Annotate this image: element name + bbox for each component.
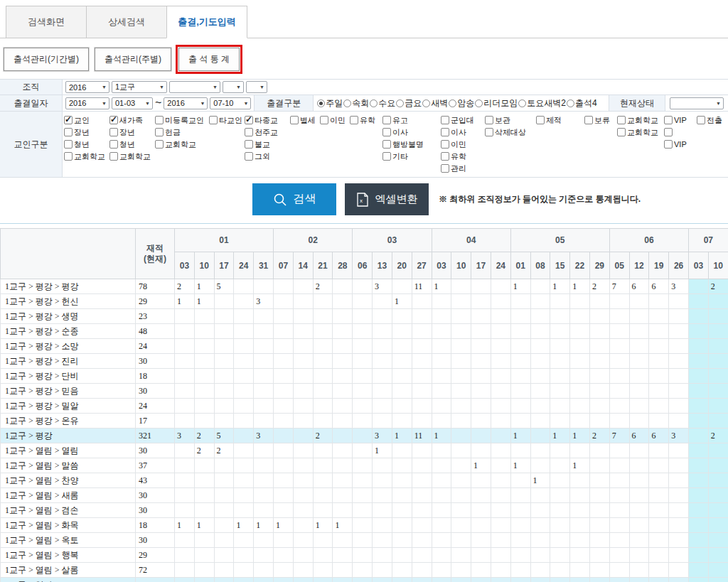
member-type-checkbox[interactable]: 장년 xyxy=(109,127,155,137)
attendance-cell xyxy=(274,309,294,324)
attendance-cell xyxy=(412,399,432,414)
member-type-checkbox[interactable]: 제적 xyxy=(536,115,577,125)
member-type-checkbox[interactable]: 미등록교인 xyxy=(155,115,209,125)
attendance-cell xyxy=(708,458,728,473)
attendance-cell xyxy=(412,339,432,354)
member-type-checkbox[interactable]: 교회학교 xyxy=(617,115,664,125)
attendance-cell xyxy=(234,458,254,473)
member-type-checkbox[interactable]: 청년 xyxy=(109,139,155,149)
attendance-cell xyxy=(392,354,412,369)
member-type-checkbox[interactable]: 장년 xyxy=(64,127,109,137)
member-type-checkbox[interactable]: 유학 xyxy=(441,151,485,161)
attendance-cell xyxy=(214,414,234,429)
attendance-cell xyxy=(214,354,234,369)
member-type-checkbox[interactable]: 이사 xyxy=(382,127,434,137)
date-select[interactable]: 07-10▼ xyxy=(210,97,251,109)
attendance-cell xyxy=(708,518,728,533)
member-type-checkbox-label: 교인 xyxy=(74,115,90,126)
attendance-cell xyxy=(510,354,530,369)
attendance-cell xyxy=(708,309,728,324)
subtab-button[interactable]: 출 석 통 계 xyxy=(178,48,240,71)
member-type-checkbox[interactable]: 보류 xyxy=(584,115,617,125)
member-type-checkbox[interactable]: 이민 xyxy=(320,115,350,125)
attendance-cell xyxy=(293,384,313,399)
member-type-checkbox[interactable] xyxy=(664,127,697,137)
attendance-cell xyxy=(689,324,709,339)
member-type-checkbox[interactable]: 타교인 xyxy=(209,115,245,125)
member-type-checkbox[interactable]: 유학 xyxy=(350,115,382,125)
member-type-checkbox[interactable]: 이사 xyxy=(441,127,485,137)
member-type-checkbox[interactable]: 이민 xyxy=(441,139,485,149)
attendance-cell xyxy=(353,369,373,384)
member-type-checkbox[interactable]: VIP xyxy=(664,139,697,149)
org-select[interactable]: 1교구▼ xyxy=(112,81,167,93)
main-tab[interactable]: 상세검색 xyxy=(86,6,167,38)
subtab-button[interactable]: 출석관리(기간별) xyxy=(4,48,89,71)
member-type-checkbox[interactable]: 기타 xyxy=(382,151,434,161)
member-type-checkbox[interactable]: 타종교 xyxy=(245,115,290,125)
member-type-checkbox[interactable]: 천주교 xyxy=(245,127,290,137)
org-select[interactable]: ▼ xyxy=(169,81,220,93)
member-type-checkbox[interactable]: 군입대 xyxy=(441,115,485,125)
attendance-cell xyxy=(214,563,234,578)
member-type-checkbox[interactable]: 관리 xyxy=(441,163,485,173)
org-select[interactable]: 2016▼ xyxy=(65,81,109,93)
org-name-cell: 1교구 > 평강 > 소망 xyxy=(1,339,136,354)
attendance-cell xyxy=(451,578,471,582)
attendance-cell xyxy=(649,563,669,578)
attend-type-radio[interactable]: 암송 xyxy=(449,97,474,109)
org-select[interactable]: ▼ xyxy=(223,81,244,93)
date-select[interactable]: 2016▼ xyxy=(65,97,109,109)
attend-type-radio[interactable]: 주일 xyxy=(317,97,343,109)
member-type-checkbox[interactable]: 불교 xyxy=(245,139,290,149)
attendance-cell xyxy=(254,354,274,369)
main-tab[interactable]: 출결,기도입력 xyxy=(166,6,247,38)
main-tab[interactable]: 검색화면 xyxy=(6,6,87,38)
attendance-cell xyxy=(194,369,214,384)
member-type-checkbox[interactable]: 유고 xyxy=(382,115,434,125)
member-type-checkbox[interactable]: 행방불명 xyxy=(382,139,434,149)
attendance-cell xyxy=(589,384,609,399)
attendance-cell: 1 xyxy=(550,279,570,294)
status-select[interactable]: ▼ xyxy=(670,97,724,109)
attend-type-radio[interactable]: 수요 xyxy=(370,97,395,109)
attend-type-radio[interactable]: 리더모임 xyxy=(475,97,518,109)
attendance-cell xyxy=(392,548,412,563)
attendance-cell xyxy=(432,473,451,488)
member-type-checkbox-label: 교회학교 xyxy=(627,115,658,126)
member-type-checkbox[interactable]: 보관 xyxy=(485,115,536,125)
attend-type-radio[interactable]: 새벽 xyxy=(422,97,448,109)
attendance-cell xyxy=(669,503,689,518)
member-type-checkbox[interactable]: 삭제대상 xyxy=(485,127,536,137)
attendance-cell xyxy=(491,369,510,384)
excel-button[interactable]: x 엑셀변환 xyxy=(345,183,429,215)
attend-type-radio[interactable]: 금요 xyxy=(396,97,422,109)
attendance-cell xyxy=(589,443,609,458)
member-type-checkbox[interactable]: 헌금 xyxy=(155,127,209,137)
member-type-checkbox[interactable]: 교인 xyxy=(64,115,109,125)
attendance-cell xyxy=(373,339,392,354)
attendance-cell: 1 xyxy=(550,429,570,443)
member-type-checkbox[interactable]: 교회학교 xyxy=(64,151,109,161)
member-type-checkbox[interactable]: VIP xyxy=(664,115,697,125)
member-type-checkbox[interactable]: 교회학교 xyxy=(155,139,209,149)
member-type-checkbox[interactable]: 교회학교 xyxy=(109,151,155,161)
attend-type-radio[interactable]: 속회 xyxy=(343,97,369,109)
member-type-checkbox[interactable]: 새가족 xyxy=(109,115,155,125)
member-type-checkbox[interactable]: 청년 xyxy=(64,139,109,149)
attendance-cell: 1 xyxy=(194,518,214,533)
org-select[interactable]: ▼ xyxy=(246,81,267,93)
subtab-button[interactable]: 출석관리(주별) xyxy=(95,48,171,71)
member-type-checkbox[interactable]: 교회학교 xyxy=(617,127,664,137)
search-button[interactable]: 검색 xyxy=(252,183,336,215)
attend-type-radio[interactable]: 토요새벽2 xyxy=(518,97,566,109)
attend-type-radio[interactable]: 출석4 xyxy=(567,97,597,109)
member-type-checkbox[interactable]: 전출 xyxy=(697,115,728,125)
member-type-checkbox-label: 청년 xyxy=(74,139,90,150)
date-select[interactable]: 2016▼ xyxy=(164,97,208,109)
attendance-cell xyxy=(589,518,609,533)
member-type-checkbox[interactable]: 그외 xyxy=(245,151,290,161)
member-type-checkbox[interactable]: 별세 xyxy=(290,115,320,125)
attendance-cell xyxy=(649,399,669,414)
date-select[interactable]: 01-03▼ xyxy=(112,97,153,109)
